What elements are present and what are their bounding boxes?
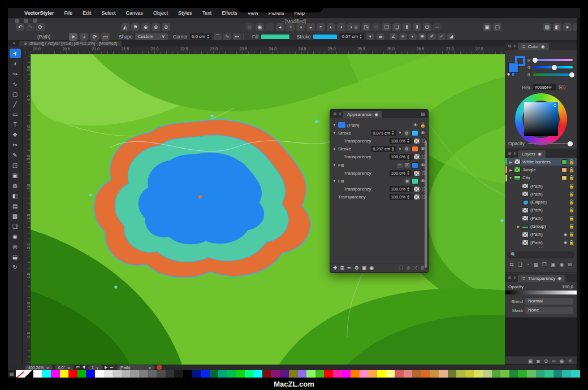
color-swatch[interactable]	[254, 370, 263, 378]
color-swatch[interactable]	[465, 370, 474, 378]
color-swatch[interactable]	[86, 370, 95, 378]
mesh-tool[interactable]: ◍	[10, 181, 21, 190]
color-swatch[interactable]	[104, 370, 113, 378]
layer-history-icon[interactable]: ◔	[526, 262, 529, 267]
color-swatch[interactable]	[412, 370, 421, 378]
lock-icon[interactable]: 🔓	[569, 216, 574, 221]
bring-forward-icon[interactable]: ❐	[382, 23, 391, 31]
path-op-2-icon[interactable]: ◉	[256, 23, 264, 31]
panel-collapse-icon[interactable]: ≎	[522, 43, 526, 50]
color-swatch[interactable]	[192, 370, 201, 378]
sync-icon[interactable]: ⟳	[36, 23, 45, 31]
color-tab[interactable]: ≎ Color ◉	[518, 43, 549, 50]
frame-select-icon[interactable]: ▭	[101, 33, 110, 41]
lock-icon[interactable]: 🔓	[569, 200, 574, 205]
lock-icon[interactable]: 🔓	[569, 175, 574, 180]
menu-item-object[interactable]: Object	[148, 8, 173, 18]
hex-input[interactable]: #0086FF	[533, 84, 556, 90]
stroke-width-value[interactable]: 0,071 cm▲▼	[371, 130, 396, 136]
appearance-row-trans[interactable]: Transparency100,0%▲▼	[332, 153, 426, 161]
tab-close-icon[interactable]: ◉	[557, 275, 561, 282]
move-down-icon[interactable]: ⬇	[413, 23, 421, 31]
appearance-row-stroke[interactable]: ▼Stroke0,071 cm▲▼▼⚙👁	[332, 129, 426, 137]
layer-color-swatch[interactable]	[561, 159, 567, 164]
color-swatch[interactable]	[544, 370, 554, 378]
fill-option-icon[interactable]: 🄰	[404, 163, 410, 168]
opacity-value[interactable]: 100,0	[562, 284, 573, 289]
path-handle[interactable]	[89, 193, 92, 196]
slider-knob[interactable]	[569, 72, 574, 77]
color-swatch[interactable]	[33, 370, 42, 378]
path-op-5-icon[interactable]: ◔	[286, 23, 295, 31]
menu-item-vectorstyler[interactable]: VectorStyler	[19, 8, 59, 18]
canvas[interactable]	[31, 54, 505, 365]
slider-knob[interactable]	[533, 58, 538, 63]
color-swatch[interactable]	[201, 370, 210, 378]
layer-copy-icon[interactable]: ❐	[542, 262, 547, 267]
stroke-panel-icon[interactable]: ⚌	[377, 33, 384, 40]
color-swatch[interactable]	[271, 370, 280, 378]
rectangle-tool[interactable]: ▭	[10, 110, 21, 119]
bend-tool[interactable]: ↝	[10, 69, 21, 79]
color-swatch[interactable]	[333, 370, 342, 378]
path-op-9-icon[interactable]: ◐	[327, 23, 335, 31]
add-stroke-icon[interactable]: ✚	[333, 265, 338, 271]
path-handle[interactable]	[500, 219, 503, 222]
expand-icon[interactable]: ▼	[332, 163, 336, 167]
menu-item-file[interactable]: File	[59, 8, 78, 18]
transparency-tab[interactable]: ≎ Transparency ◉	[518, 275, 565, 282]
color-swatch[interactable]	[421, 370, 430, 378]
path-op-10-icon[interactable]: ◖	[337, 23, 345, 31]
color-swatch[interactable]	[377, 370, 386, 378]
page-number-dropdown[interactable]: 1 ∨	[88, 365, 102, 370]
path-op-1-icon[interactable]: ◍	[245, 23, 254, 31]
stroke-width-input[interactable]: 0,07 cm ▲▼	[340, 33, 364, 40]
spot-icon[interactable]: ◉	[560, 358, 564, 364]
tab-close-icon[interactable]: ◉	[374, 111, 378, 118]
undo-icon[interactable]: ↶	[16, 23, 24, 31]
expand-icon[interactable]: ▼	[332, 179, 336, 183]
layer-row[interactable]: ▶White borders🔓	[505, 158, 577, 166]
corner-style-icon[interactable]: ∠	[390, 33, 397, 40]
color-swatch[interactable]	[289, 370, 298, 378]
menu-item-select[interactable]: Select	[97, 8, 121, 18]
panel-close-icon[interactable]: ⊗	[333, 111, 337, 116]
checker-swatch[interactable]	[413, 154, 420, 160]
path-op-8-icon[interactable]: ◓	[317, 23, 325, 31]
color-swatch[interactable]	[60, 370, 69, 378]
color-swatch[interactable]	[571, 370, 580, 378]
corner-input[interactable]: 0,0 cm ▲▼	[190, 33, 211, 40]
color-swatch[interactable]	[518, 370, 527, 378]
color-swatch[interactable]	[395, 370, 404, 378]
layer-row[interactable]: (Path)🔓	[505, 214, 577, 222]
appearance-row-trans[interactable]: Transparency100,0%▲▼	[332, 137, 426, 145]
rotate-view-tool[interactable]: ↻	[10, 262, 21, 272]
transparency-value[interactable]: 100,0%▲▼	[390, 186, 412, 192]
layer-snapshot-icon[interactable]: ◉	[559, 262, 564, 267]
knife-tool[interactable]: ✂	[10, 140, 21, 150]
line-tool[interactable]: ╱	[10, 99, 21, 109]
panel-pin-icon[interactable]: ‖	[514, 44, 516, 49]
panel-close-icon[interactable]: ⊗	[508, 275, 512, 280]
swatch-gradient[interactable]	[24, 370, 33, 378]
color-swatch[interactable]	[157, 370, 166, 378]
appearance-row-fill[interactable]: ▼Fill▭🄰👁	[332, 161, 426, 169]
stroke-options-icon[interactable]: ⚙	[404, 130, 410, 136]
color-swatch[interactable]	[554, 370, 563, 378]
target-object-dropdown[interactable]: (Path) ∨	[116, 365, 155, 370]
zoom-window-button[interactable]	[33, 19, 37, 23]
mask-dropdown[interactable]: None	[525, 307, 573, 314]
fill-option-icon[interactable]: ▦	[404, 179, 410, 184]
visibility-eye-icon[interactable]: 👁	[420, 131, 426, 136]
appearance-row-trans[interactable]: Transparency100,0%▲▼	[332, 169, 426, 177]
crop-tool[interactable]: ⬓	[10, 252, 21, 262]
path-op-3-icon[interactable]: ◌	[266, 23, 274, 31]
move-up-icon[interactable]: ⬆	[403, 23, 411, 31]
panel-close-icon[interactable]: ⊗	[508, 44, 512, 49]
appearance-row-trans[interactable]: Transparency100,0%▲▼	[332, 185, 426, 193]
saturation-value-picker[interactable]	[524, 102, 558, 136]
split-preview-icon[interactable]: ◧	[553, 23, 561, 31]
color-swatch[interactable]	[536, 370, 545, 378]
appearance-row-stroke[interactable]: ▼Stroke0,282 cm▲▼▼⚙👁	[332, 145, 426, 153]
redo-icon[interactable]: ↷	[26, 23, 34, 31]
